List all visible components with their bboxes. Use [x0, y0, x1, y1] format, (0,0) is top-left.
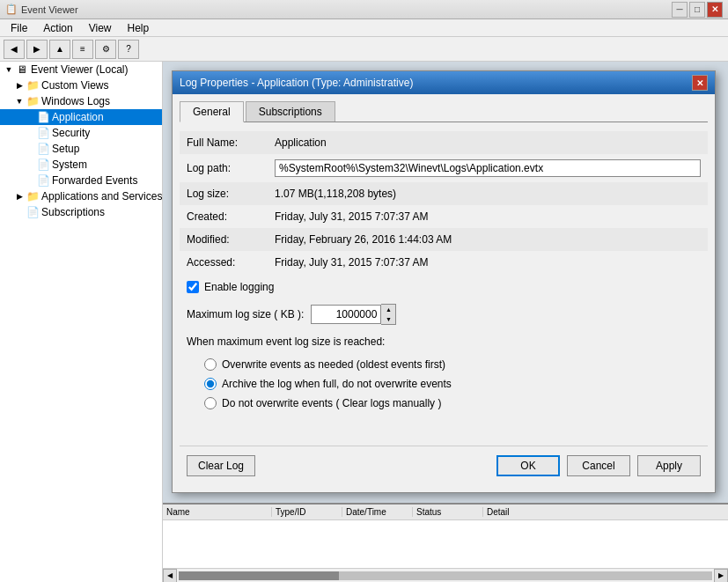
max-log-size-row: Maximum log size ( KB ): ▲ ▼ [180, 300, 708, 328]
radio-no-overwrite-row: Do not overwrite events ( Clear logs man… [187, 394, 701, 413]
sidebar-item-apps-services[interactable]: ▶ 📁 Applications and Services Lo... [0, 188, 162, 204]
expander-icon [25, 128, 35, 138]
bottom-header: Name Type/ID Date/Time Status Detail [163, 505, 728, 520]
max-log-size-input[interactable] [311, 305, 381, 324]
log-icon: 📄 [37, 158, 49, 171]
window-title: Event Viewer [21, 4, 672, 15]
sidebar-item-subscriptions[interactable]: 📄 Subscriptions [0, 204, 162, 220]
expander-icon [25, 112, 35, 122]
enable-logging-checkbox[interactable] [187, 281, 199, 293]
scrollbar-thumb[interactable] [179, 571, 339, 580]
sidebar-item-application[interactable]: 📄 Application [0, 109, 162, 125]
horizontal-scrollbar[interactable]: ◀ ▶ [163, 568, 728, 582]
up-btn[interactable]: ▲ [49, 40, 70, 59]
enable-logging-row: Enable logging [180, 274, 708, 300]
sidebar-item-security[interactable]: 📄 Security [0, 125, 162, 141]
col-date: Date/Time [342, 507, 413, 517]
close-btn[interactable]: ✕ [707, 2, 723, 18]
modified-value: Friday, February 26, 2016 1:44:03 AM [275, 233, 701, 246]
menu-action[interactable]: Action [36, 20, 79, 36]
expander-icon: ▶ [14, 80, 25, 91]
dialog-body: General Subscriptions Full Name: Applica… [173, 94, 715, 492]
max-log-size-spinner: ▲ ▼ [311, 304, 396, 325]
minimize-btn[interactable]: ─ [672, 2, 688, 18]
title-bar: 📋 Event Viewer ─ □ ✕ [0, 0, 728, 19]
expander-icon [14, 207, 25, 217]
show-hide-btn[interactable]: ≡ [72, 40, 93, 59]
col-status: Status [413, 507, 483, 517]
sidebar-item-windows-logs[interactable]: ▼ 📁 Windows Logs [0, 93, 162, 109]
app-icon: 📋 [5, 4, 18, 16]
radio-archive-label[interactable]: Archive the log when full, do not overwr… [222, 378, 452, 390]
radio-overwrite-row: Overwrite events as needed (oldest event… [187, 355, 701, 374]
sidebar-item-custom-views[interactable]: ▶ 📁 Custom Views [0, 77, 162, 93]
radio-archive[interactable] [204, 378, 217, 390]
content-area: Log Properties - Application (Type: Admi… [163, 62, 728, 582]
accessed-row: Accessed: Friday, July 31, 2015 7:07:37 … [180, 251, 708, 274]
sidebar-item-setup[interactable]: 📄 Setup [0, 141, 162, 157]
radio-no-overwrite[interactable] [204, 397, 217, 409]
back-btn[interactable]: ◀ [4, 40, 25, 59]
properties-btn[interactable]: ⚙ [95, 40, 116, 59]
spinner-up-btn[interactable]: ▲ [381, 305, 395, 314]
log-icon: 📄 [37, 143, 49, 155]
folder-icon: 📁 [26, 190, 39, 203]
menu-file[interactable]: File [4, 20, 34, 36]
created-row: Created: Friday, July 31, 2015 7:07:37 A… [180, 205, 708, 228]
dialog-titlebar: Log Properties - Application (Type: Admi… [173, 71, 715, 94]
log-path-input[interactable] [275, 159, 701, 177]
radio-no-overwrite-label[interactable]: Do not overwrite events ( Clear logs man… [222, 397, 441, 409]
full-name-row: Full Name: Application [180, 131, 708, 154]
accessed-value: Friday, July 31, 2015 7:07:37 AM [275, 256, 701, 269]
help-btn[interactable]: ? [118, 40, 139, 59]
enable-logging-label[interactable]: Enable logging [204, 281, 274, 293]
expander-icon: ▼ [4, 64, 14, 75]
log-path-row: Log path: [180, 154, 708, 182]
radio-overwrite[interactable] [204, 358, 217, 371]
menu-view[interactable]: View [82, 20, 119, 36]
radio-section: When maximum event log size is reached: … [180, 328, 708, 420]
modified-row: Modified: Friday, February 26, 2016 1:44… [180, 228, 708, 251]
accessed-label: Accessed: [187, 256, 275, 269]
created-value: Friday, July 31, 2015 7:07:37 AM [275, 210, 701, 223]
clear-log-btn[interactable]: Clear Log [187, 455, 255, 476]
radio-overwrite-label[interactable]: Overwrite events as needed (oldest event… [222, 358, 445, 371]
expander-icon [25, 159, 35, 170]
general-tab-content: Full Name: Application Log path: Log siz… [180, 131, 708, 446]
dialog-close-btn[interactable]: ✕ [692, 75, 708, 91]
ok-btn[interactable]: OK [496, 455, 560, 476]
sidebar: ▼ 🖥 Event Viewer (Local) ▶ 📁 Custom View… [0, 62, 163, 582]
spinner-down-btn[interactable]: ▼ [381, 314, 395, 324]
log-properties-dialog: Log Properties - Application (Type: Admi… [172, 70, 716, 493]
computer-icon: 🖥 [16, 63, 28, 76]
menu-help[interactable]: Help [121, 20, 157, 36]
maximize-btn[interactable]: □ [689, 2, 705, 18]
toolbar: ◀ ▶ ▲ ≡ ⚙ ? [0, 37, 728, 62]
sidebar-item-forwarded-events[interactable]: 📄 Forwarded Events [0, 173, 162, 188]
log-icon: 📄 [37, 127, 49, 139]
modified-label: Modified: [187, 233, 275, 246]
tab-subscriptions[interactable]: Subscriptions [246, 101, 335, 122]
log-size-row: Log size: 1.07 MB(1,118,208 bytes) [180, 182, 708, 205]
expander-icon [25, 144, 35, 154]
log-size-value: 1.07 MB(1,118,208 bytes) [275, 188, 701, 200]
log-path-label: Log path: [187, 162, 275, 174]
dialog-footer-right: OK Cancel Apply [496, 455, 701, 476]
forward-btn[interactable]: ▶ [26, 40, 48, 59]
created-label: Created: [187, 210, 275, 223]
spinner-buttons: ▲ ▼ [381, 304, 396, 325]
log-icon: 📄 [37, 174, 49, 187]
sidebar-item-system[interactable]: 📄 System [0, 157, 162, 173]
sidebar-item-event-viewer-local[interactable]: ▼ 🖥 Event Viewer (Local) [0, 62, 162, 77]
col-type: Type/ID [272, 507, 342, 517]
full-name-label: Full Name: [187, 136, 275, 149]
log-icon: 📄 [26, 206, 39, 218]
folder-icon: 📁 [26, 79, 39, 92]
scroll-left-btn[interactable]: ◀ [163, 569, 177, 583]
expander-icon: ▶ [14, 191, 25, 202]
scrollbar-track[interactable] [179, 571, 712, 580]
apply-btn[interactable]: Apply [637, 455, 701, 476]
cancel-btn[interactable]: Cancel [567, 455, 630, 476]
tab-general[interactable]: General [180, 101, 244, 122]
scroll-right-btn[interactable]: ▶ [714, 569, 728, 583]
